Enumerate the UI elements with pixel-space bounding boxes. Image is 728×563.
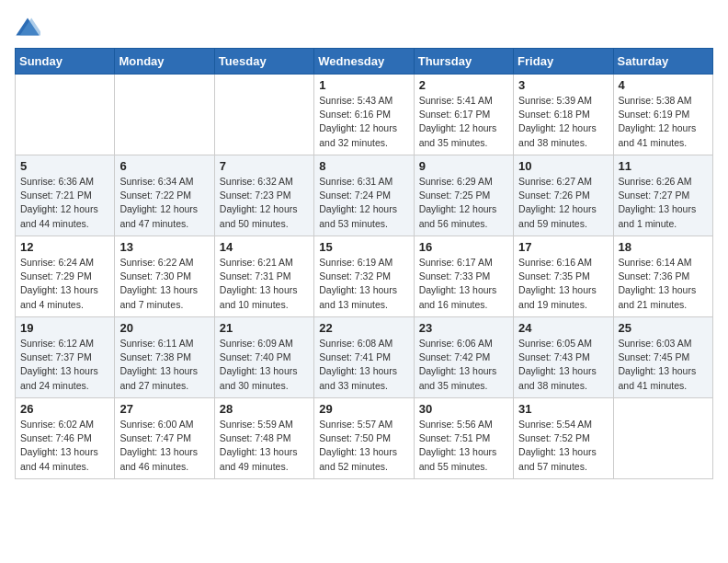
day-header-sunday: Sunday <box>16 49 115 75</box>
calendar-cell: 23Sunrise: 6:06 AMSunset: 7:42 PMDayligh… <box>414 317 513 398</box>
day-info: Sunrise: 6:09 AMSunset: 7:40 PMDaylight:… <box>220 337 309 393</box>
calendar-cell: 5Sunrise: 6:36 AMSunset: 7:21 PMDaylight… <box>16 155 115 236</box>
day-info: Sunrise: 6:12 AMSunset: 7:37 PMDaylight:… <box>20 337 109 393</box>
calendar-cell: 10Sunrise: 6:27 AMSunset: 7:26 PMDayligh… <box>514 155 613 236</box>
day-number: 30 <box>419 402 508 416</box>
day-info: Sunrise: 6:32 AMSunset: 7:23 PMDaylight:… <box>220 175 309 231</box>
calendar-cell: 22Sunrise: 6:08 AMSunset: 7:41 PMDayligh… <box>314 317 414 398</box>
day-number: 16 <box>419 240 508 254</box>
calendar-body: 1Sunrise: 5:43 AMSunset: 6:16 PMDaylight… <box>16 75 713 479</box>
day-info: Sunrise: 6:08 AMSunset: 7:41 PMDaylight:… <box>319 337 408 393</box>
day-info: Sunrise: 6:29 AMSunset: 7:25 PMDaylight:… <box>419 175 508 231</box>
day-info: Sunrise: 6:17 AMSunset: 7:33 PMDaylight:… <box>419 256 508 312</box>
calendar-week-1: 1Sunrise: 5:43 AMSunset: 6:16 PMDaylight… <box>16 75 713 155</box>
calendar-cell: 9Sunrise: 6:29 AMSunset: 7:25 PMDaylight… <box>414 155 513 236</box>
day-info: Sunrise: 6:16 AMSunset: 7:35 PMDaylight:… <box>518 256 608 312</box>
calendar-cell: 20Sunrise: 6:11 AMSunset: 7:38 PMDayligh… <box>115 317 214 398</box>
day-header-saturday: Saturday <box>613 49 712 75</box>
day-info: Sunrise: 6:34 AMSunset: 7:22 PMDaylight:… <box>119 175 209 231</box>
day-number: 2 <box>419 78 508 92</box>
day-info: Sunrise: 6:22 AMSunset: 7:30 PMDaylight:… <box>119 256 209 312</box>
day-number: 11 <box>619 159 708 173</box>
day-info: Sunrise: 6:14 AMSunset: 7:36 PMDaylight:… <box>619 256 708 312</box>
day-info: Sunrise: 6:26 AMSunset: 7:27 PMDaylight:… <box>619 175 708 231</box>
calendar-cell: 8Sunrise: 6:31 AMSunset: 7:24 PMDaylight… <box>314 155 414 236</box>
calendar-cell <box>16 75 115 155</box>
calendar-cell: 24Sunrise: 6:05 AMSunset: 7:43 PMDayligh… <box>514 317 613 398</box>
day-number: 6 <box>119 159 209 173</box>
day-info: Sunrise: 6:02 AMSunset: 7:46 PMDaylight:… <box>20 418 109 474</box>
day-number: 19 <box>20 321 109 335</box>
day-info: Sunrise: 6:06 AMSunset: 7:42 PMDaylight:… <box>419 337 508 393</box>
day-number: 25 <box>619 321 708 335</box>
calendar-cell: 6Sunrise: 6:34 AMSunset: 7:22 PMDaylight… <box>115 155 214 236</box>
calendar-cell: 7Sunrise: 6:32 AMSunset: 7:23 PMDaylight… <box>214 155 313 236</box>
day-info: Sunrise: 5:57 AMSunset: 7:50 PMDaylight:… <box>319 418 408 474</box>
day-number: 20 <box>119 321 209 335</box>
day-info: Sunrise: 6:27 AMSunset: 7:26 PMDaylight:… <box>518 175 608 231</box>
calendar-cell: 15Sunrise: 6:19 AMSunset: 7:32 PMDayligh… <box>314 236 414 317</box>
day-number: 27 <box>119 402 209 416</box>
calendar-cell: 11Sunrise: 6:26 AMSunset: 7:27 PMDayligh… <box>613 155 712 236</box>
day-number: 8 <box>319 159 408 173</box>
logo <box>15 15 44 40</box>
day-number: 18 <box>619 240 708 254</box>
day-info: Sunrise: 6:05 AMSunset: 7:43 PMDaylight:… <box>518 337 608 393</box>
day-number: 21 <box>220 321 309 335</box>
calendar-cell: 1Sunrise: 5:43 AMSunset: 6:16 PMDaylight… <box>314 75 414 155</box>
day-info: Sunrise: 5:54 AMSunset: 7:52 PMDaylight:… <box>518 418 608 474</box>
day-number: 10 <box>518 159 608 173</box>
calendar-cell: 29Sunrise: 5:57 AMSunset: 7:50 PMDayligh… <box>314 398 414 479</box>
calendar-cell: 26Sunrise: 6:02 AMSunset: 7:46 PMDayligh… <box>16 398 115 479</box>
day-number: 13 <box>119 240 209 254</box>
calendar-cell <box>115 75 214 155</box>
day-header-thursday: Thursday <box>414 49 513 75</box>
day-info: Sunrise: 5:43 AMSunset: 6:16 PMDaylight:… <box>319 94 408 150</box>
day-info: Sunrise: 5:41 AMSunset: 6:17 PMDaylight:… <box>419 94 508 150</box>
day-number: 31 <box>518 402 608 416</box>
calendar-week-2: 5Sunrise: 6:36 AMSunset: 7:21 PMDaylight… <box>16 155 713 236</box>
calendar-cell: 31Sunrise: 5:54 AMSunset: 7:52 PMDayligh… <box>514 398 613 479</box>
calendar-header: SundayMondayTuesdayWednesdayThursdayFrid… <box>16 49 713 75</box>
calendar-cell: 21Sunrise: 6:09 AMSunset: 7:40 PMDayligh… <box>214 317 313 398</box>
day-number: 23 <box>419 321 508 335</box>
day-info: Sunrise: 5:56 AMSunset: 7:51 PMDaylight:… <box>419 418 508 474</box>
day-number: 12 <box>20 240 109 254</box>
day-number: 26 <box>20 402 109 416</box>
calendar-cell: 2Sunrise: 5:41 AMSunset: 6:17 PMDaylight… <box>414 75 513 155</box>
calendar-cell: 3Sunrise: 5:39 AMSunset: 6:18 PMDaylight… <box>514 75 613 155</box>
day-number: 24 <box>518 321 608 335</box>
calendar-cell: 13Sunrise: 6:22 AMSunset: 7:30 PMDayligh… <box>115 236 214 317</box>
day-number: 3 <box>518 78 608 92</box>
calendar-cell: 30Sunrise: 5:56 AMSunset: 7:51 PMDayligh… <box>414 398 513 479</box>
calendar-cell: 17Sunrise: 6:16 AMSunset: 7:35 PMDayligh… <box>514 236 613 317</box>
day-header-friday: Friday <box>514 49 613 75</box>
day-number: 15 <box>319 240 408 254</box>
day-header-monday: Monday <box>115 49 214 75</box>
day-info: Sunrise: 5:59 AMSunset: 7:48 PMDaylight:… <box>220 418 309 474</box>
day-info: Sunrise: 6:11 AMSunset: 7:38 PMDaylight:… <box>119 337 209 393</box>
day-header-wednesday: Wednesday <box>314 49 414 75</box>
calendar-cell: 27Sunrise: 6:00 AMSunset: 7:47 PMDayligh… <box>115 398 214 479</box>
day-info: Sunrise: 6:21 AMSunset: 7:31 PMDaylight:… <box>220 256 309 312</box>
calendar-cell: 16Sunrise: 6:17 AMSunset: 7:33 PMDayligh… <box>414 236 513 317</box>
calendar-cell: 28Sunrise: 5:59 AMSunset: 7:48 PMDayligh… <box>214 398 313 479</box>
calendar-cell: 12Sunrise: 6:24 AMSunset: 7:29 PMDayligh… <box>16 236 115 317</box>
day-info: Sunrise: 5:38 AMSunset: 6:19 PMDaylight:… <box>619 94 708 150</box>
calendar-week-5: 26Sunrise: 6:02 AMSunset: 7:46 PMDayligh… <box>16 398 713 479</box>
calendar-table: SundayMondayTuesdayWednesdayThursdayFrid… <box>15 48 713 479</box>
calendar-cell: 25Sunrise: 6:03 AMSunset: 7:45 PMDayligh… <box>613 317 712 398</box>
calendar-week-4: 19Sunrise: 6:12 AMSunset: 7:37 PMDayligh… <box>16 317 713 398</box>
day-header-tuesday: Tuesday <box>214 49 313 75</box>
day-number: 9 <box>419 159 508 173</box>
calendar-cell: 18Sunrise: 6:14 AMSunset: 7:36 PMDayligh… <box>613 236 712 317</box>
calendar-cell: 4Sunrise: 5:38 AMSunset: 6:19 PMDaylight… <box>613 75 712 155</box>
day-number: 4 <box>619 78 708 92</box>
day-info: Sunrise: 6:31 AMSunset: 7:24 PMDaylight:… <box>319 175 408 231</box>
day-number: 14 <box>220 240 309 254</box>
calendar-cell: 14Sunrise: 6:21 AMSunset: 7:31 PMDayligh… <box>214 236 313 317</box>
page-header <box>15 15 713 40</box>
calendar-week-3: 12Sunrise: 6:24 AMSunset: 7:29 PMDayligh… <box>16 236 713 317</box>
calendar-cell <box>613 398 712 479</box>
day-number: 22 <box>319 321 408 335</box>
